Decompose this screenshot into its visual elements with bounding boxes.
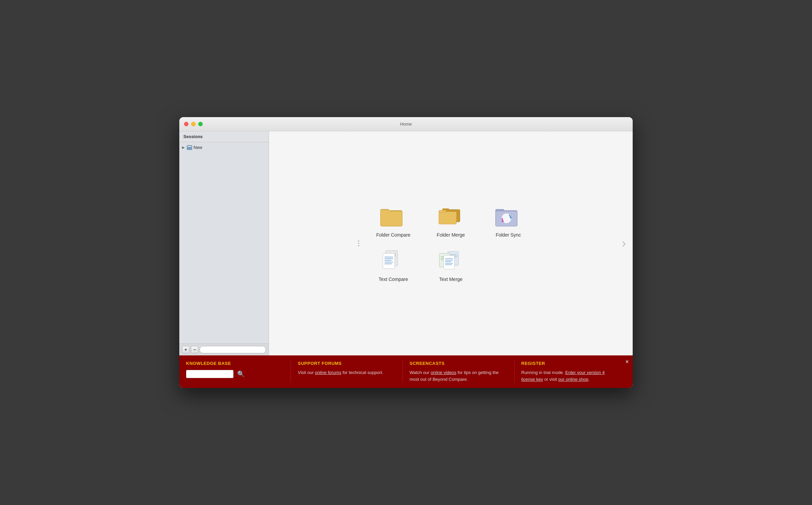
close-panel-button[interactable]: × bbox=[626, 359, 629, 365]
window-title: Home bbox=[400, 122, 412, 127]
svg-rect-6 bbox=[439, 212, 456, 224]
support-text-after: for technical support. bbox=[341, 370, 383, 375]
text-compare-label: Text Compare bbox=[379, 277, 408, 282]
register-text: Running in trial mode. Enter your versio… bbox=[521, 369, 619, 382]
register-title: REGISTER bbox=[521, 361, 619, 366]
support-forums-link[interactable]: online forums bbox=[315, 370, 341, 375]
screencasts-text-before: Watch our bbox=[410, 370, 431, 375]
minimize-button[interactable] bbox=[191, 122, 196, 126]
knowledge-search-input[interactable] bbox=[186, 370, 233, 378]
main-window: Home Sessions ▶ New + − bbox=[179, 117, 633, 388]
svg-rect-2 bbox=[380, 211, 402, 226]
main-body: Sessions ▶ New + − bbox=[179, 131, 633, 355]
screencasts-link[interactable]: online videos bbox=[431, 370, 456, 375]
register-text-before: Running in trial mode. bbox=[521, 370, 565, 375]
svg-rect-7 bbox=[439, 210, 446, 213]
support-forums-text: Visit our online forums for technical su… bbox=[298, 369, 396, 376]
add-session-button[interactable]: + bbox=[182, 346, 189, 353]
content-main: Folder Compare bbox=[269, 131, 633, 355]
remove-session-button[interactable]: − bbox=[191, 346, 198, 353]
expand-arrow: ▶ bbox=[182, 146, 185, 149]
knowledge-search-button[interactable]: 🔍 bbox=[236, 369, 246, 379]
sidebar-footer: + − bbox=[179, 344, 269, 355]
titlebar: Home bbox=[179, 117, 633, 131]
resize-dot-2 bbox=[358, 243, 359, 244]
svg-rect-3 bbox=[380, 210, 389, 212]
next-arrow[interactable]: › bbox=[622, 236, 626, 250]
folder-sync-label: Folder Sync bbox=[496, 232, 521, 238]
folder-merge-item[interactable]: Folder Merge bbox=[431, 205, 471, 238]
screencasts-title: SCREENCASTS bbox=[410, 361, 508, 366]
svg-point-11 bbox=[501, 213, 511, 223]
resize-handle[interactable] bbox=[358, 238, 360, 248]
screencasts-section: SCREENCASTS Watch our online videos for … bbox=[403, 361, 515, 382]
screencasts-text: Watch our online videos for tips on gett… bbox=[410, 369, 508, 382]
text-compare-icon bbox=[381, 248, 406, 273]
maximize-button[interactable] bbox=[198, 122, 203, 126]
sidebar-header: Sessions bbox=[179, 131, 269, 142]
text-icons-row: Text Compare bbox=[373, 248, 471, 282]
resize-dot-1 bbox=[358, 240, 359, 242]
sidebar: Sessions ▶ New + − bbox=[179, 131, 269, 355]
bottom-panel-content: KNOWLEDGE BASE 🔍 SUPPORT FORUMS Visit ou… bbox=[179, 355, 633, 388]
register-text-after: . bbox=[588, 377, 590, 382]
register-text-middle: or visit bbox=[543, 377, 558, 382]
support-forums-section: SUPPORT FORUMS Visit our online forums f… bbox=[291, 361, 403, 382]
folder-compare-label: Folder Compare bbox=[376, 232, 410, 238]
support-forums-title: SUPPORT FORUMS bbox=[298, 361, 396, 366]
folder-compare-icon bbox=[380, 205, 407, 229]
folder-merge-icon bbox=[437, 205, 465, 229]
folder-compare-item[interactable]: Folder Compare bbox=[373, 205, 414, 238]
sidebar-item-new[interactable]: ▶ New bbox=[179, 144, 269, 151]
text-merge-icon bbox=[438, 248, 464, 273]
sidebar-item-label: New bbox=[194, 145, 202, 150]
sidebar-search-input[interactable] bbox=[200, 346, 266, 353]
register-shop-link[interactable]: our online shop bbox=[558, 377, 588, 382]
text-compare-item[interactable]: Text Compare bbox=[373, 248, 414, 282]
register-section: REGISTER Running in trial mode. Enter yo… bbox=[515, 361, 626, 382]
knowledge-base-title: KNOWLEDGE BASE bbox=[186, 361, 284, 366]
icons-grid: Folder Compare bbox=[373, 205, 529, 282]
minus-folder-icon bbox=[187, 145, 192, 150]
text-merge-item[interactable]: Text Merge bbox=[431, 248, 471, 282]
folder-icons-row: Folder Compare bbox=[373, 205, 529, 238]
content-area: Folder Compare bbox=[269, 131, 633, 355]
text-merge-label: Text Merge bbox=[439, 277, 463, 282]
svg-rect-18 bbox=[383, 253, 395, 268]
folder-sync-icon bbox=[495, 205, 522, 229]
close-button[interactable] bbox=[184, 122, 188, 126]
folder-sync-item[interactable]: Folder Sync bbox=[488, 205, 529, 238]
knowledge-search-area: 🔍 bbox=[186, 369, 284, 379]
folder-merge-label: Folder Merge bbox=[437, 232, 465, 238]
knowledge-base-section: KNOWLEDGE BASE 🔍 bbox=[186, 361, 291, 382]
svg-rect-32 bbox=[444, 255, 455, 269]
bottom-panel: × KNOWLEDGE BASE 🔍 SUPPORT FORUMS Visit … bbox=[179, 355, 633, 388]
support-text-before: Visit our bbox=[298, 370, 315, 375]
sidebar-content: ▶ New bbox=[179, 142, 269, 344]
resize-dot-3 bbox=[358, 245, 359, 246]
traffic-lights bbox=[184, 122, 203, 126]
